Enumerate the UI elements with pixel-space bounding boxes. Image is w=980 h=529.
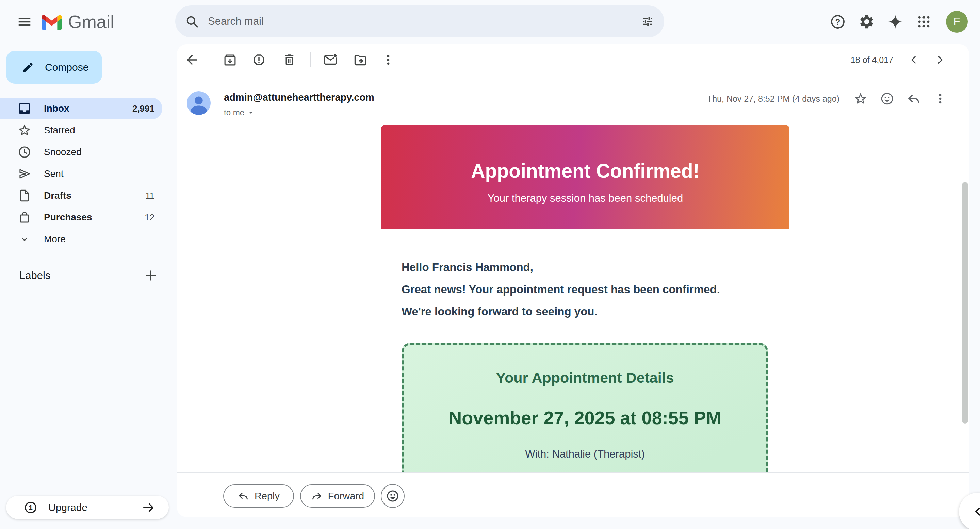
- search-bar[interactable]: [175, 5, 664, 37]
- mark-unread-button[interactable]: [322, 52, 339, 68]
- message-toolbar: 18 of 4,017: [177, 44, 969, 76]
- message-date: Thu, Nov 27, 8:52 PM (4 days ago): [707, 94, 840, 104]
- star-icon: [853, 92, 868, 106]
- reply-button[interactable]: Reply: [223, 485, 294, 508]
- sidebar-item-snoozed[interactable]: Snoozed: [0, 141, 162, 163]
- forward-label: Forward: [328, 491, 364, 502]
- svg-text:?: ?: [835, 17, 840, 27]
- add-reaction-button[interactable]: [381, 484, 404, 508]
- message-header: admin@attunehearttherapy.com to me Thu, …: [177, 76, 969, 119]
- message-more-button[interactable]: [932, 91, 948, 107]
- inbox-icon: [17, 101, 32, 116]
- reply-header-button[interactable]: [905, 91, 922, 107]
- gmail-logo: Gmail: [41, 10, 115, 33]
- details-datetime: November 27, 2025 at 08:55 PM: [404, 407, 766, 428]
- snooze-icon: [17, 145, 32, 160]
- pagination-counter: 18 of 4,017: [851, 55, 893, 65]
- account-avatar[interactable]: F: [946, 11, 968, 33]
- google-one-icon: 1: [24, 501, 37, 515]
- older-button[interactable]: [932, 52, 948, 68]
- forward-button[interactable]: Forward: [300, 485, 375, 508]
- sent-icon: [17, 166, 32, 181]
- search-icon[interactable]: [185, 14, 199, 29]
- apps-grid-icon: [916, 14, 931, 29]
- apps-grid-button[interactable]: [914, 12, 933, 31]
- move-to-button[interactable]: [352, 52, 369, 68]
- labels-header: Labels: [0, 265, 162, 286]
- back-icon: [185, 52, 199, 67]
- sender-block: admin@attunehearttherapy.com to me: [224, 92, 374, 118]
- sidebar-item-sent[interactable]: Sent: [0, 163, 162, 185]
- scrollbar[interactable]: [962, 182, 968, 424]
- menu-icon: [17, 14, 32, 30]
- star-message-button[interactable]: [853, 91, 869, 107]
- add-label-button[interactable]: [143, 267, 159, 284]
- closing-line: We're looking forward to seeing you.: [401, 300, 796, 322]
- banner-title: Appointment Confirmed!: [381, 160, 789, 182]
- recipient-label: to me: [224, 108, 244, 118]
- sidebar-item-starred[interactable]: Starred: [0, 119, 162, 141]
- main-menu-button[interactable]: [10, 7, 40, 37]
- compose-pencil-icon: [22, 61, 34, 73]
- sender-avatar[interactable]: [187, 91, 211, 115]
- delete-button[interactable]: [281, 52, 298, 68]
- star-icon: [17, 123, 32, 138]
- gmail-wordmark: Gmail: [68, 11, 115, 32]
- compose-label: Compose: [45, 62, 89, 73]
- toolbar-separator: [310, 52, 311, 67]
- forward-icon: [311, 490, 323, 502]
- sidebar-item-label: Sent: [44, 168, 64, 179]
- sidebar-item-purchases[interactable]: Purchases 12: [0, 207, 162, 228]
- drafts-icon: [17, 188, 32, 203]
- message-body: Appointment Confirmed! Your therapy sess…: [177, 119, 969, 472]
- compose-button[interactable]: Compose: [6, 51, 102, 84]
- labels-title: Labels: [19, 269, 50, 282]
- footer-divider: [177, 472, 969, 473]
- add-icon: [143, 268, 158, 283]
- appointment-details-box: Your Appointment Details November 27, 20…: [402, 343, 768, 472]
- more-vert-icon: [933, 92, 947, 105]
- reply-icon: [907, 92, 921, 106]
- upgrade-button[interactable]: 1 Upgrade: [6, 496, 169, 519]
- sidebar-item-count: 12: [145, 212, 154, 223]
- more-options-button[interactable]: [380, 52, 396, 68]
- prev-icon: [908, 54, 920, 66]
- gmail-m-icon: [41, 14, 62, 30]
- sidebar-item-label: Purchases: [44, 212, 92, 223]
- sidebar-item-count: 11: [145, 191, 154, 201]
- pagination: 18 of 4,017: [851, 44, 948, 76]
- sidebar-item-count: 2,991: [132, 103, 154, 114]
- sidebar-item-inbox[interactable]: Inbox 2,991: [0, 98, 162, 119]
- gemini-button[interactable]: [886, 12, 905, 31]
- report-spam-icon: [252, 53, 266, 67]
- header-actions: Thu, Nov 27, 8:52 PM (4 days ago): [707, 85, 948, 112]
- banner-subtitle: Your therapy session has been scheduled: [381, 192, 789, 205]
- sidebar-item-drafts[interactable]: Drafts 11: [0, 185, 162, 207]
- back-button[interactable]: [184, 52, 200, 68]
- report-spam-button[interactable]: [251, 52, 267, 68]
- purchases-icon: [17, 210, 32, 225]
- svg-text:1: 1: [29, 504, 33, 511]
- move-to-icon: [353, 52, 368, 67]
- next-icon: [934, 54, 946, 66]
- recipient-row[interactable]: to me: [224, 108, 374, 118]
- details-therapist: With: Nathalie (Therapist): [404, 448, 766, 460]
- search-input[interactable]: [208, 15, 640, 27]
- sidebar-item-more[interactable]: More: [0, 228, 162, 250]
- sidebar-item-label: Drafts: [44, 190, 72, 201]
- sender-email[interactable]: admin@attunehearttherapy.com: [224, 92, 374, 103]
- archive-icon: [223, 53, 237, 67]
- settings-button[interactable]: [857, 12, 876, 31]
- sidebar-item-label: More: [44, 234, 66, 245]
- email-card: 18 of 4,017 admin@attunehearttherapy.com…: [177, 44, 969, 517]
- gemini-icon: [888, 14, 903, 30]
- tune-icon[interactable]: [640, 14, 655, 29]
- collapse-icon: [972, 505, 980, 518]
- help-button[interactable]: ?: [828, 12, 847, 31]
- sidebar-item-label: Snoozed: [44, 147, 82, 157]
- archive-button[interactable]: [222, 52, 238, 68]
- newer-button[interactable]: [905, 52, 922, 68]
- sidebar-item-label: Inbox: [44, 103, 69, 114]
- emoji-reaction-button[interactable]: [879, 91, 895, 107]
- confirmation-line: Great news! Your appointment request has…: [401, 278, 796, 300]
